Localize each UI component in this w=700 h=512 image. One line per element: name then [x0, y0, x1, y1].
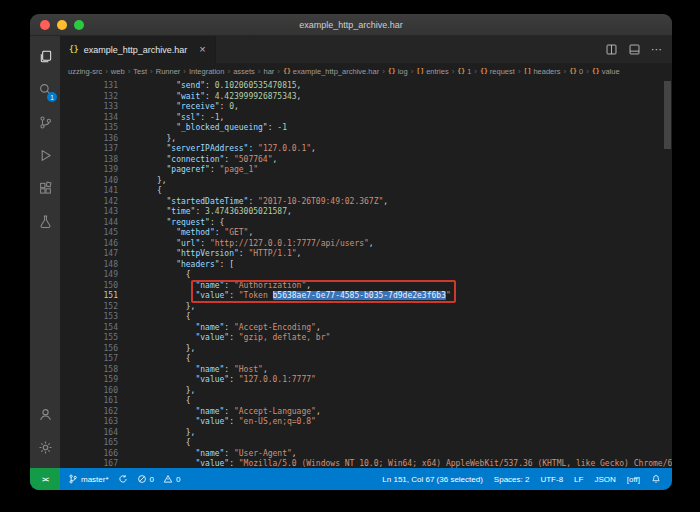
breadcrumb-item[interactable]: web [111, 67, 125, 76]
code-line[interactable]: 131 "send": 0.102060535470815, [60, 81, 672, 92]
code-line[interactable]: 157 { [60, 354, 672, 365]
editor[interactable]: 131 "send": 0.102060535470815,132 "wait"… [60, 79, 672, 468]
breadcrumb-separator: › [105, 67, 108, 76]
status-sync[interactable] [118, 474, 128, 484]
status-screencast-mode[interactable]: [off] [627, 475, 640, 484]
code-line[interactable]: 142 "startedDateTime": "2017-10-26T09:49… [60, 197, 672, 208]
code-line[interactable]: 158 "name": "Host", [60, 365, 672, 376]
status-warnings[interactable]: 0 [163, 474, 180, 484]
scrollbar-thumb[interactable] [664, 81, 671, 149]
breadcrumb-label: request [490, 67, 515, 76]
search-icon[interactable]: 1 [30, 73, 60, 106]
status-encoding[interactable]: UTF-8 [540, 475, 563, 484]
breadcrumb-item[interactable]: {}log [388, 67, 408, 76]
code-line[interactable]: 155 "value": "gzip, deflate, br" [60, 333, 672, 344]
breadcrumb-item[interactable]: har [264, 67, 275, 76]
code-line[interactable]: 167 "value": "Mozilla/5.0 (Windows NT 10… [60, 459, 672, 468]
breadcrumb-item[interactable]: {}value [592, 67, 620, 76]
close-tab-icon[interactable]: × [199, 44, 205, 55]
code-line[interactable]: 139 "pageref": "page_1" [60, 165, 672, 176]
status-notifications[interactable] [651, 474, 661, 484]
breadcrumb-item[interactable]: Test [133, 67, 147, 76]
status-label: master* [81, 475, 109, 484]
code-line[interactable]: 166 "name": "User-Agent", [60, 449, 672, 460]
code-line[interactable]: 141 { [60, 186, 672, 197]
code-line[interactable]: 152 }, [60, 302, 672, 313]
breadcrumb-item[interactable]: {}request [480, 67, 515, 76]
breadcrumb-item[interactable]: Integration [189, 67, 224, 76]
symbol-icon: {} [457, 67, 465, 75]
status-errors[interactable]: 0 [137, 474, 154, 484]
window-title: example_http_archive.har [30, 20, 672, 30]
code-line[interactable]: 163 "value": "en-US,en;q=0.8" [60, 417, 672, 428]
code-line[interactable]: 136 }, [60, 134, 672, 145]
code-line[interactable]: 138 "connection": "507764", [60, 155, 672, 166]
line-number: 142 [60, 197, 118, 208]
split-editor-icon[interactable] [605, 43, 618, 56]
code-line[interactable]: 140 }, [60, 176, 672, 187]
code-line[interactable]: 153 { [60, 312, 672, 323]
code-line[interactable]: 154 "name": "Accept-Encoding", [60, 323, 672, 334]
minimize-window-button[interactable] [57, 20, 67, 30]
code-line[interactable]: 162 "name": "Accept-Language", [60, 407, 672, 418]
code-line[interactable]: 160 }, [60, 386, 672, 397]
explorer-icon[interactable] [30, 40, 60, 73]
breadcrumb-item[interactable]: assets [233, 67, 255, 76]
line-number: 147 [60, 249, 118, 260]
code-line[interactable]: 147 "httpVersion": "HTTP/1.1", [60, 249, 672, 260]
source-control-icon[interactable] [30, 106, 60, 139]
code-line[interactable]: 165 { [60, 438, 672, 449]
code-line[interactable]: 150 "name": "Authorization", [60, 281, 672, 292]
line-number: 134 [60, 113, 118, 124]
vscode-window: example_http_archive.har 1 {} example_ht… [30, 14, 672, 490]
editor-scrollbar[interactable] [663, 79, 672, 468]
code-line[interactable]: 143 "time": 3.474363005021587, [60, 207, 672, 218]
breadcrumb-item[interactable]: []headers [524, 67, 561, 76]
run-debug-icon[interactable] [30, 139, 60, 172]
status-git-branch[interactable]: master* [68, 474, 109, 484]
status-label: 0 [150, 475, 154, 484]
code-line[interactable]: 159 "value": "127.0.0.1:7777" [60, 375, 672, 386]
breadcrumb-item[interactable]: {}1 [457, 67, 471, 76]
testing-icon[interactable] [30, 205, 60, 238]
close-window-button[interactable] [40, 20, 50, 30]
line-number: 136 [60, 134, 118, 145]
status-language-mode[interactable]: JSON [594, 475, 615, 484]
line-number: 137 [60, 144, 118, 155]
layout-icon[interactable] [628, 43, 641, 56]
more-actions-icon[interactable]: ⋯ [651, 43, 662, 56]
status-cursor-position[interactable]: Ln 151, Col 67 (36 selected) [382, 475, 483, 484]
breadcrumb-item[interactable]: {}0 [569, 67, 583, 76]
breadcrumb-item[interactable]: {}example_http_archive.har [283, 67, 379, 76]
code-line[interactable]: 164 }, [60, 428, 672, 439]
code-line[interactable]: 146 "url": "http://127.0.0.1:7777/api/us… [60, 239, 672, 250]
code-line[interactable]: 137 "serverIPAddress": "127.0.0.1", [60, 144, 672, 155]
code-line[interactable]: 135 "_blocked_queueing": -1 [60, 123, 672, 134]
title-bar[interactable]: example_http_archive.har [30, 14, 672, 36]
breadcrumb-item[interactable]: []entries [416, 67, 448, 76]
code-line[interactable]: 161 { [60, 396, 672, 407]
code-line[interactable]: 149 { [60, 270, 672, 281]
code-line[interactable]: 151 "value": "Token b5638ae7-6e77-4585-b… [60, 291, 672, 302]
code-line[interactable]: 134 "ssl": -1, [60, 113, 672, 124]
maximize-window-button[interactable] [74, 20, 84, 30]
code-line[interactable]: 132 "wait": 4.423999926875343, [60, 92, 672, 103]
code-line[interactable]: 144 "request": { [60, 218, 672, 229]
tab-example-http-archive[interactable]: {} example_http_archive.har × [60, 36, 216, 63]
settings-icon[interactable] [30, 431, 60, 464]
extensions-icon[interactable] [30, 172, 60, 205]
code-line[interactable]: 145 "method": "GET", [60, 228, 672, 239]
breadcrumb-item[interactable]: uzzing-src [68, 67, 102, 76]
symbol-icon: {} [283, 67, 291, 75]
code-line[interactable]: 148 "headers": [ [60, 260, 672, 271]
symbol-icon: [] [524, 67, 532, 75]
status-indentation[interactable]: Spaces: 2 [494, 475, 530, 484]
remote-indicator[interactable]: >< [30, 468, 60, 490]
code-line[interactable]: 133 "receive": 0, [60, 102, 672, 113]
breadcrumb-item[interactable]: Runner [156, 67, 181, 76]
status-eol[interactable]: LF [574, 475, 583, 484]
accounts-icon[interactable] [30, 398, 60, 431]
editor-actions: ⋯ [595, 36, 672, 63]
line-number: 141 [60, 186, 118, 197]
code-line[interactable]: 156 }, [60, 344, 672, 355]
